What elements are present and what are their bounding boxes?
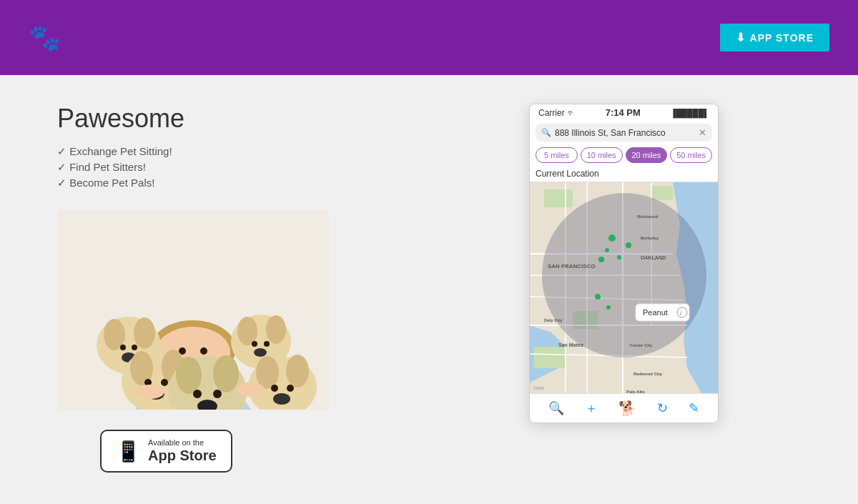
distance-10mi-button[interactable]: 10 miles xyxy=(581,147,623,163)
feature-item: ✓ Exchange Pet Sitting! xyxy=(57,145,486,158)
svg-point-65 xyxy=(608,234,616,242)
badge-small-text: Available on the xyxy=(148,438,217,447)
svg-point-37 xyxy=(136,385,164,399)
main-content: Pawesome ✓ Exchange Pet Sitting! ✓ Find … xyxy=(0,75,858,504)
svg-point-6 xyxy=(200,347,207,355)
svg-point-18 xyxy=(254,348,267,357)
svg-point-27 xyxy=(213,355,239,392)
svg-point-71 xyxy=(606,305,611,310)
svg-text:Peanut: Peanut xyxy=(643,308,668,317)
phone-mockup: Carrier ᯤ 7:14 PM ▐█████▌ 🔍 888 Illinois… xyxy=(529,104,719,423)
location-label: Current Location xyxy=(536,169,599,179)
nav-refresh-icon[interactable]: ↻ xyxy=(657,400,668,416)
svg-rect-41 xyxy=(544,189,573,207)
phone-bottom-nav: 🔍 ＋ 🐕 ↻ ✎ xyxy=(530,393,718,423)
distance-5mi-button[interactable]: 5 miles xyxy=(536,147,578,163)
battery-icon: ▐█████▌ xyxy=(670,109,709,117)
nav-edit-icon[interactable]: ✎ xyxy=(689,400,699,416)
svg-text:San Mateo: San Mateo xyxy=(558,342,583,347)
distance-filters: 5 miles 10 miles 20 miles 50 miles xyxy=(530,144,718,166)
svg-point-53 xyxy=(542,193,706,357)
distance-50mi-button[interactable]: 50 miles xyxy=(670,147,712,163)
phone-mockup-section: Carrier ᯤ 7:14 PM ▐█████▌ 🔍 888 Illinois… xyxy=(529,104,719,423)
badge-text: Available on the App Store xyxy=(148,438,217,464)
svg-text:Foster City: Foster City xyxy=(630,343,653,347)
svg-text:Palo Alto: Palo Alto xyxy=(626,390,645,393)
svg-rect-43 xyxy=(533,347,566,368)
svg-text:Daly City: Daly City xyxy=(544,318,563,322)
left-section: Pawesome ✓ Exchange Pet Sitting! ✓ Find … xyxy=(57,104,486,473)
carrier-label: Carrier ᯤ xyxy=(538,108,576,118)
svg-point-14 xyxy=(237,317,257,345)
svg-text:Richmond: Richmond xyxy=(637,214,659,219)
svg-point-69 xyxy=(617,255,621,260)
header: 🐾 ⬇ APP STORE xyxy=(0,0,858,75)
search-text: 888 Illinois St, San Francisco xyxy=(555,128,695,138)
feature-item: ✓ Find Pet Sitters! xyxy=(57,161,486,174)
svg-point-28 xyxy=(193,390,202,398)
puppies-illustration xyxy=(57,209,329,410)
search-bar[interactable]: 🔍 888 Illinois St, San Francisco ✕ xyxy=(536,124,712,142)
app-store-button-label: APP STORE xyxy=(750,32,814,44)
app-store-badge[interactable]: 📱 Available on the App Store xyxy=(100,430,232,473)
nav-add-icon[interactable]: ＋ xyxy=(585,400,598,417)
app-title: Pawesome xyxy=(57,104,486,134)
puppies-photo xyxy=(57,209,329,410)
svg-point-10 xyxy=(120,345,126,350)
svg-point-23 xyxy=(161,379,168,386)
svg-point-29 xyxy=(213,390,222,398)
svg-point-16 xyxy=(252,341,257,347)
wifi-icon: ᯤ xyxy=(567,108,576,118)
paw-icon: 🐾 xyxy=(29,23,61,53)
svg-point-70 xyxy=(595,294,601,300)
svg-point-36 xyxy=(273,393,290,405)
search-clear-button[interactable]: ✕ xyxy=(699,127,706,138)
svg-text:©2014: ©2014 xyxy=(533,386,544,390)
svg-point-11 xyxy=(132,345,137,350)
features-list: ✓ Exchange Pet Sitting! ✓ Find Pet Sitte… xyxy=(57,145,486,189)
phone-icon: 📱 xyxy=(116,440,141,463)
svg-point-15 xyxy=(266,315,286,344)
status-bar: Carrier ᯤ 7:14 PM ▐█████▌ xyxy=(530,104,718,121)
svg-point-68 xyxy=(605,248,609,252)
svg-point-35 xyxy=(287,385,294,392)
distance-20mi-button[interactable]: 20 miles xyxy=(626,147,668,163)
svg-point-33 xyxy=(286,355,309,387)
svg-text:SAN FRANCISCO: SAN FRANCISCO xyxy=(548,263,596,270)
location-bar: Current Location xyxy=(530,166,718,182)
puppies-scene xyxy=(57,209,329,410)
nav-search-icon[interactable]: 🔍 xyxy=(548,400,564,416)
svg-text:Redwood City: Redwood City xyxy=(633,372,663,376)
svg-point-9 xyxy=(134,317,155,349)
svg-point-38 xyxy=(236,382,265,397)
nav-dog-icon[interactable]: 🐕 xyxy=(618,400,636,417)
badge-large-text: App Store xyxy=(148,447,217,464)
map-area: SAN FRANCISCO OAKLAND Richmond Berkeley … xyxy=(530,182,718,393)
download-icon: ⬇ xyxy=(736,31,746,44)
svg-text:Berkeley: Berkeley xyxy=(641,236,659,240)
svg-point-67 xyxy=(598,257,604,262)
svg-point-32 xyxy=(256,356,279,389)
time-display: 7:14 PM xyxy=(606,107,641,118)
app-store-header-button[interactable]: ⬇ APP STORE xyxy=(720,24,829,51)
svg-point-66 xyxy=(626,242,631,248)
search-icon: 🔍 xyxy=(541,128,551,137)
svg-text:OAKLAND: OAKLAND xyxy=(641,255,666,260)
svg-point-26 xyxy=(176,357,202,394)
svg-rect-40 xyxy=(651,186,673,200)
svg-point-34 xyxy=(271,385,278,392)
feature-item: ✓ Become Pet Pals! xyxy=(57,177,486,189)
svg-point-17 xyxy=(264,341,270,347)
svg-text:i: i xyxy=(680,310,681,317)
map-svg: SAN FRANCISCO OAKLAND Richmond Berkeley … xyxy=(530,182,718,393)
